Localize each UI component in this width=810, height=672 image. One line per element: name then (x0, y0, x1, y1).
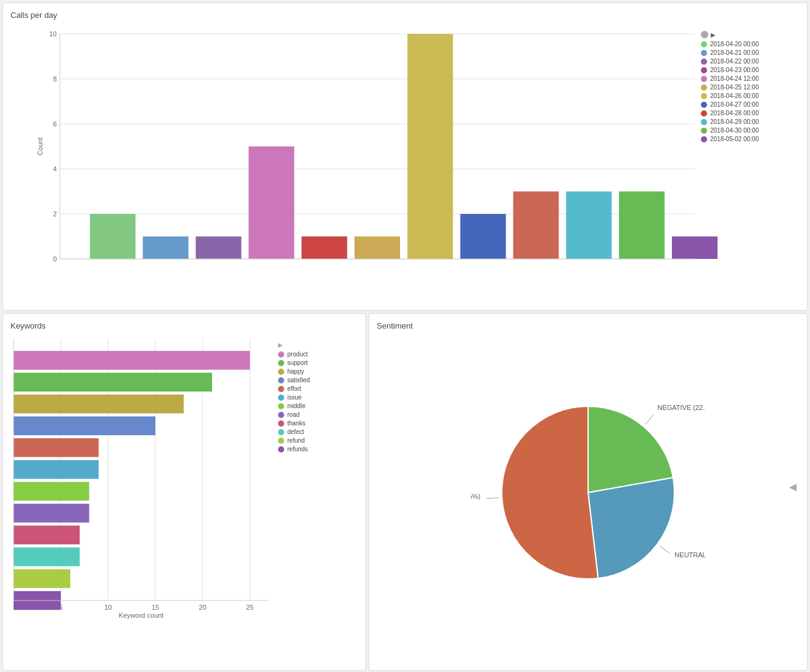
kw-legend-item: defect (278, 428, 358, 435)
svg-rect-24 (672, 237, 718, 260)
svg-rect-22 (566, 192, 612, 260)
svg-text:2: 2 (53, 210, 57, 218)
legend-dot (701, 128, 707, 134)
keywords-legend: ▶ product support happy satisfied effort… (278, 335, 358, 637)
calls-per-day-title: Calls per day (10, 10, 800, 20)
legend-item: 2018-04-25 12:00 (701, 84, 800, 91)
svg-text:10: 10 (49, 30, 57, 38)
legend-item: 2018-04-22 00:00 (701, 58, 800, 65)
kw-legend-item: refunds (278, 446, 358, 453)
legend-label: 2018-04-27 00:00 (710, 101, 759, 108)
kw-legend-item: satisfied (278, 377, 358, 383)
keywords-chart-svg: 510152025Keyword count (10, 335, 278, 619)
svg-rect-43 (14, 460, 99, 479)
legend-dot (701, 84, 707, 91)
legend-label: 2018-04-29 00:00 (710, 118, 759, 125)
legend-label: 2018-04-21 00:00 (710, 49, 759, 56)
kw-legend-item: support (278, 359, 358, 366)
legend-item: 2018-04-20 00:00 (701, 41, 800, 47)
legend-dot (701, 102, 707, 108)
kw-legend-item: product (278, 351, 358, 358)
calls-per-day-panel: Calls per day 0246810Count ▶ 2018-04-20 … (2, 2, 808, 311)
svg-rect-15 (196, 237, 242, 260)
kw-legend-dot (278, 403, 284, 409)
svg-rect-19 (407, 34, 453, 259)
kw-legend-label: effort (287, 385, 301, 392)
kw-legend-label: defect (287, 428, 304, 435)
kw-legend-label: road (287, 411, 300, 418)
kw-legend-dot (278, 369, 284, 375)
svg-text:6: 6 (53, 120, 57, 128)
calls-per-day-chart-content: 0246810Count (10, 25, 701, 296)
svg-text:15: 15 (152, 604, 159, 611)
svg-text:Count: Count (36, 137, 44, 155)
svg-text:0: 0 (53, 255, 57, 263)
kw-legend-label: refund (287, 437, 305, 444)
sentiment-nav-right[interactable]: ◀ (789, 481, 796, 493)
kw-legend-item: refund (278, 437, 358, 444)
legend-label: 2018-04-26 00:00 (710, 92, 759, 99)
legend-label: 2018-04-28 00:00 (710, 110, 759, 117)
kw-legend-item: road (278, 411, 358, 418)
kw-legend-item: effort (278, 385, 358, 392)
legend-item: 2018-04-23 00:00 (701, 67, 800, 73)
svg-rect-20 (460, 214, 506, 259)
legend-item: 2018-04-21 00:00 (701, 49, 800, 56)
keywords-title: Keywords (10, 321, 358, 330)
kw-legend-dot (278, 412, 284, 418)
svg-rect-40 (14, 395, 184, 414)
kw-legend-item: thanks (278, 420, 358, 427)
svg-rect-41 (14, 416, 155, 435)
kw-legend-dot (278, 420, 284, 427)
svg-rect-44 (14, 482, 89, 501)
legend-label: 2018-04-25 12:00 (710, 84, 759, 91)
svg-text:NEUTRAL (25.93%): NEUTRAL (25.93%) (674, 551, 705, 559)
legend-item: 2018-04-28 00:00 (701, 110, 800, 117)
legend-label: 2018-04-22 00:00 (710, 58, 759, 65)
svg-rect-13 (90, 214, 136, 259)
sentiment-panel: Sentiment ◀ NEGATIVE (22.22%)NEUTRAL (25… (369, 313, 808, 671)
kw-legend-dot (278, 438, 284, 444)
sentiment-title: Sentiment (377, 321, 800, 330)
legend-label: 2018-04-24 12:00 (710, 75, 759, 82)
svg-rect-48 (14, 569, 70, 588)
keywords-chart-content: 510152025Keyword count (10, 335, 278, 637)
svg-rect-18 (354, 237, 400, 260)
svg-line-56 (486, 498, 499, 498)
kw-legend-dot (278, 351, 284, 358)
kw-legend-label: issue (287, 394, 301, 401)
kw-legend-dot (278, 429, 284, 435)
calls-per-day-chart-area: 0246810Count ▶ 2018-04-20 00:00 2018-04-… (10, 25, 800, 296)
kw-legend-label: satisfied (287, 377, 310, 383)
svg-rect-45 (14, 504, 89, 523)
keywords-panel: Keywords 510152025Keyword count ▶ produc… (2, 313, 366, 671)
svg-rect-42 (14, 438, 99, 457)
svg-line-52 (645, 415, 653, 424)
legend-label: 2018-05-02 00:00 (710, 136, 759, 142)
legend-label: 2018-04-20 00:00 (710, 41, 759, 47)
keywords-chart-area: 510152025Keyword count ▶ product support… (10, 335, 358, 637)
bar-chart-svg: 0246810Count (35, 25, 701, 277)
svg-rect-16 (248, 147, 294, 260)
legend-dot (701, 67, 707, 73)
svg-rect-14 (143, 237, 189, 260)
legend-dot (701, 76, 707, 82)
legend-item: 2018-04-26 00:00 (701, 92, 800, 99)
svg-text:25: 25 (246, 604, 253, 611)
legend-label: 2018-04-23 00:00 (710, 67, 759, 73)
legend-dot (701, 119, 707, 125)
kw-legend-dot (278, 446, 284, 453)
kw-legend-label: product (287, 351, 308, 358)
legend-dot (701, 136, 707, 142)
legend-item: 2018-04-30 00:00 (701, 127, 800, 134)
kw-legend-dot (278, 377, 284, 383)
legend-dot (701, 110, 707, 117)
svg-rect-46 (14, 525, 80, 544)
svg-text:20: 20 (199, 604, 207, 611)
legend-item: 2018-04-27 00:00 (701, 101, 800, 108)
kw-legend-dot (278, 395, 284, 401)
kw-legend-label: thanks (287, 420, 305, 427)
svg-text:10: 10 (104, 604, 112, 611)
kw-legend-label: refunds (287, 446, 308, 453)
kw-legend-label: support (287, 359, 308, 366)
